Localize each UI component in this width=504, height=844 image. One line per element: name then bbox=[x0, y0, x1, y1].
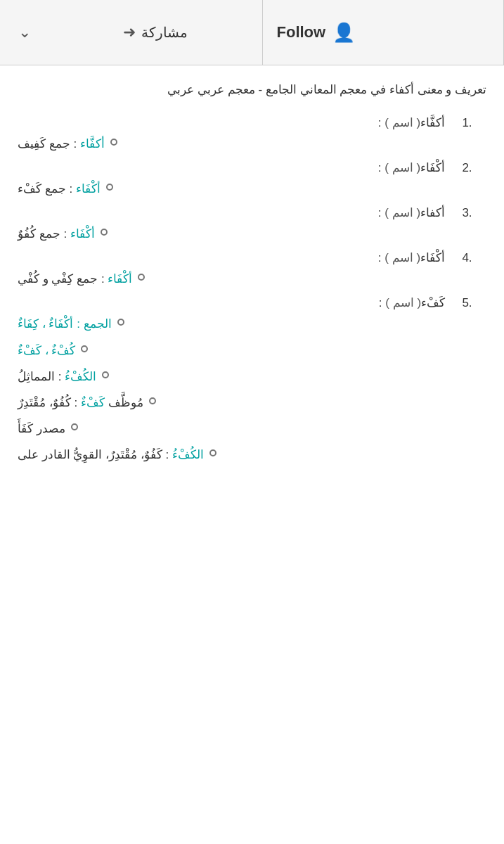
sub-list: الكُفْءُ : كَفُوٌ، مُقْتَدِرٌ، القوِيُّ … bbox=[18, 445, 486, 464]
person-icon: 👤 bbox=[332, 22, 355, 44]
follow-label: Follow bbox=[277, 23, 326, 41]
sub-text: مصدر كَفَأَ bbox=[18, 419, 65, 438]
bullet-icon bbox=[149, 397, 156, 404]
entry-number: .3 bbox=[458, 206, 476, 220]
sub-item: أكْفَاء : جمع كَفْء bbox=[18, 179, 486, 198]
sub-text: الكُفْءُ : كَفُوٌ، مُقْتَدِرٌ، القوِيُّ … bbox=[18, 445, 204, 464]
sub-item: الكُفْءُ : المماثِلُ bbox=[18, 367, 486, 386]
entry-number: .2 bbox=[458, 161, 476, 175]
entry-header: .5 كَفْء( اسم ) : bbox=[18, 295, 486, 310]
sub-list: أكفَّاء : جمع كَفِيف bbox=[18, 134, 486, 153]
page-title: تعريف و معنى أكفاء في معجم المعاني الجام… bbox=[18, 79, 486, 101]
highlight-text: كُفْءٌ ، كَفْءٌ bbox=[18, 344, 75, 357]
sub-list: أكْفَاء : جمع كُفُوٌ bbox=[18, 224, 486, 243]
highlight-text: الجمع : أكْفَاءٌ ، كِفَاءٌ bbox=[18, 317, 112, 331]
list-item: الكُفْءُ : كَفُوٌ، مُقْتَدِرٌ، القوِيُّ … bbox=[18, 445, 486, 464]
highlight-text: أكْفَاء bbox=[108, 272, 132, 286]
entry-number: .4 bbox=[458, 251, 476, 265]
list-item: .3 أكفاء( اسم ) : أكْفَاء : جمع كُفُوٌ bbox=[18, 205, 486, 243]
bullet-icon bbox=[138, 274, 145, 281]
bullet-icon bbox=[81, 345, 88, 352]
bullet-icon bbox=[117, 319, 124, 326]
bullet-icon bbox=[102, 371, 109, 378]
bullet-icon bbox=[71, 423, 78, 430]
sub-text: مُوظَّف كَفْءٌ : كُفُوٌ، مُقْتَدِرٌ bbox=[18, 393, 143, 412]
list-item: .4 أكْفَاء( اسم ) : أكْفَاء : جمع كِفْي … bbox=[18, 250, 486, 288]
share-button[interactable]: مشاركة ➜ bbox=[49, 0, 263, 65]
sub-item: أكْفَاء : جمع كُفُوٌ bbox=[18, 224, 486, 243]
sub-text: أكْفَاء : جمع كِفْي و كُفْي bbox=[18, 269, 132, 288]
highlight-text: الكُفْءُ bbox=[65, 370, 96, 383]
entry-number: .1 bbox=[458, 116, 476, 130]
highlight-text: أكْفَاء bbox=[70, 227, 95, 241]
share-icon: ➜ bbox=[123, 23, 136, 41]
sub-text: أكفَّاء : جمع كَفِيف bbox=[18, 134, 105, 153]
share-label: مشاركة bbox=[141, 24, 188, 41]
entry-header: .3 أكفاء( اسم ) : bbox=[18, 205, 486, 220]
list-item: .2 أكْفَاء( اسم ) : أكْفَاء : جمع كَفْء bbox=[18, 160, 486, 198]
highlight-text: أكْفَاء bbox=[76, 182, 101, 196]
highlight-text: كَفْءٌ bbox=[81, 396, 105, 409]
main-content: تعريف و معنى أكفاء في معجم المعاني الجام… bbox=[0, 65, 504, 844]
entry-number: .5 bbox=[458, 296, 476, 310]
sub-item: أكْفَاء : جمع كِفْي و كُفْي bbox=[18, 269, 486, 288]
sub-item: الكُفْءُ : كَفُوٌ، مُقْتَدِرٌ، القوِيُّ … bbox=[18, 445, 486, 464]
bullet-icon bbox=[209, 449, 217, 456]
sub-text: أكْفَاء : جمع كُفُوٌ bbox=[18, 224, 95, 243]
entry-header: .4 أكْفَاء( اسم ) : bbox=[18, 250, 486, 265]
entry-header: .1 أكفَّاء( اسم ) : bbox=[18, 115, 486, 130]
chevron-down-icon: ⌄ bbox=[18, 23, 31, 41]
sub-list: أكْفَاء : جمع كَفْء bbox=[18, 179, 486, 198]
sub-item: مُوظَّف كَفْءٌ : كُفُوٌ، مُقْتَدِرٌ bbox=[18, 393, 486, 412]
sub-item: مصدر كَفَأَ bbox=[18, 419, 486, 438]
sub-text: كُفْءٌ ، كَفْءٌ bbox=[18, 341, 75, 360]
entry-list: .1 أكفَّاء( اسم ) : أكفَّاء : جمع كَفِيف… bbox=[18, 115, 486, 465]
bullet-icon bbox=[106, 184, 113, 191]
sub-text: الجمع : أكْفَاءٌ ، كِفَاءٌ bbox=[18, 314, 112, 333]
sub-list: أكْفَاء : جمع كِفْي و كُفْي bbox=[18, 269, 486, 288]
follow-button[interactable]: Follow 👤 bbox=[263, 0, 505, 65]
list-item: .1 أكفَّاء( اسم ) : أكفَّاء : جمع كَفِيف bbox=[18, 115, 486, 153]
highlight-text: أكفَّاء bbox=[80, 137, 105, 151]
sub-item: الجمع : أكْفَاءٌ ، كِفَاءٌ bbox=[18, 314, 486, 333]
sub-text: الكُفْءُ : المماثِلُ bbox=[18, 367, 96, 386]
entry-header: .2 أكْفَاء( اسم ) : bbox=[18, 160, 486, 175]
toolbar: Follow 👤 مشاركة ➜ ⌄ bbox=[0, 0, 504, 65]
bullet-icon bbox=[101, 229, 108, 236]
list-item: .5 كَفْء( اسم ) : الجمع : أكْفَاءٌ ، كِف… bbox=[18, 295, 486, 438]
sub-item: أكفَّاء : جمع كَفِيف bbox=[18, 134, 486, 153]
bullet-icon bbox=[110, 139, 117, 146]
highlight-text: الكُفْءُ bbox=[172, 448, 204, 461]
sub-list: الجمع : أكْفَاءٌ ، كِفَاءٌ كُفْءٌ ، كَفْ… bbox=[18, 314, 486, 438]
dropdown-button[interactable]: ⌄ bbox=[0, 0, 49, 65]
sub-text: أكْفَاء : جمع كَفْء bbox=[18, 179, 101, 198]
sub-item: كُفْءٌ ، كَفْءٌ bbox=[18, 341, 486, 360]
